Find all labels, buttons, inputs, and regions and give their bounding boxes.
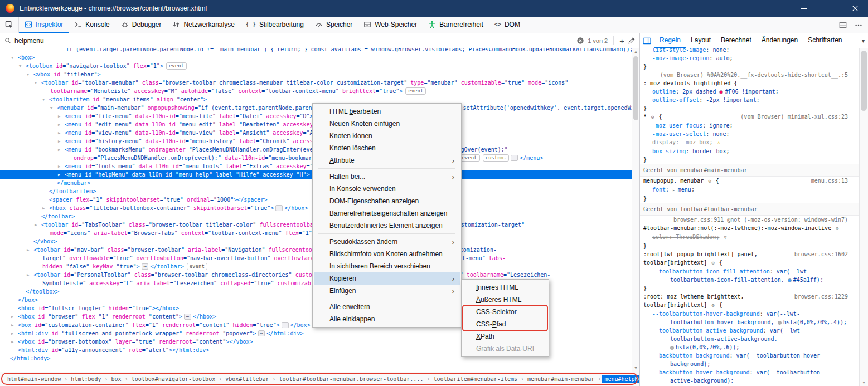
twisty-icon[interactable]: ▶ <box>58 138 65 145</box>
declaration[interactable]: --toolbarbutton-active-background: var(-… <box>640 326 859 335</box>
eyedropper-icon[interactable] <box>628 37 635 45</box>
declaration[interactable]: list-style-image: none; <box>640 48 859 54</box>
close-button[interactable] <box>842 0 868 17</box>
twisty-icon[interactable]: ▶ <box>27 246 33 254</box>
breadcrumb-item[interactable]: toolbaritem#menubar-items <box>430 375 520 383</box>
scrollbar-thumb[interactable] <box>633 56 638 120</box>
inline-expander-badge[interactable]: ⋯ <box>275 205 283 211</box>
declaration[interactable]: font: ▸ menu; <box>640 185 859 194</box>
scroll-down-icon[interactable]: ▼ <box>632 365 639 372</box>
markup-line[interactable]: if (event.target.parentNode.parentNode.i… <box>0 48 632 53</box>
scroll-down-icon[interactable]: ▼ <box>860 379 868 386</box>
menu-item-pseudoklassen-ndern[interactable]: Pseudoklassen ändern› <box>314 236 460 248</box>
color-swatch[interactable] <box>670 346 674 350</box>
pick-element-button[interactable] <box>0 17 19 33</box>
menu-item-dom-eigenschaften-anzeigen[interactable]: DOM-Eigenschaften anzeigen <box>314 195 460 207</box>
declaration[interactable]: toolbarbutton-active-background, <box>640 335 859 343</box>
badge-event[interactable]: event <box>166 62 187 70</box>
menu-item-attribute[interactable]: Attribute› <box>314 154 460 167</box>
sidebar-tab-berechnet[interactable]: Berechnet <box>716 33 757 48</box>
inline-expander-badge[interactable]: ⋯ <box>511 155 518 161</box>
submenu-item-grafik-als-data-uri[interactable]: Grafik als Data-URI <box>463 343 547 355</box>
declaration[interactable]: -moz-image-region: auto; <box>640 54 859 62</box>
twisty-icon[interactable]: ▼ <box>50 104 57 112</box>
declaration[interactable]: display: -moz-box;⚠ <box>640 138 859 147</box>
breadcrumb-item[interactable]: menubar#main-menubar <box>525 375 597 383</box>
twisty-icon[interactable]: ▶ <box>42 204 49 212</box>
menu-item-in-konsole-verwenden[interactable]: In Konsole verwenden <box>314 183 460 195</box>
submenu-item-u-eres-html[interactable]: Äußeres HTML <box>463 294 547 306</box>
submenu-item-inneres-html[interactable]: Inneres HTML <box>463 281 547 294</box>
tab-barrierefreiheit[interactable]: Barrierefreiheit <box>423 17 489 33</box>
tab-netzwerkanalyse[interactable]: Netzwerkanalyse <box>167 17 240 33</box>
breadcrumb-item[interactable]: toolbar#toolbar-menubar.browser-toolbar.… <box>277 375 426 383</box>
declaration[interactable]: -moz-user-select: none; <box>640 130 859 138</box>
declaration[interactable]: outline: 2px dashed #F06 !important; <box>640 87 859 96</box>
markup-line[interactable]: ▼<vbox id="titlebar"> <box>0 70 632 79</box>
scroll-up-icon[interactable]: ▲ <box>632 48 639 55</box>
menu-item-alle-einklappen[interactable]: Alle einklappen <box>314 313 460 325</box>
tab-speicher[interactable]: Speicher <box>309 17 358 33</box>
breadcrumb-item[interactable]: vbox#titlebar <box>222 375 271 383</box>
tab-konsole[interactable]: Konsole <box>69 17 115 33</box>
twisty-icon[interactable]: ▶ <box>58 171 65 179</box>
declaration[interactable]: --toolbarbutton-hover-background: var(--… <box>640 310 859 318</box>
twisty-icon[interactable]: ▶ <box>11 313 18 321</box>
markup-line[interactable]: ▼<toolbar id="toolbar-menubar" class="br… <box>0 79 632 87</box>
three-pane-toggle-button[interactable] <box>640 33 654 48</box>
menu-item-halten-bei[interactable]: Halten bei...› <box>314 170 460 183</box>
twisty-icon[interactable]: ▶ <box>11 338 18 346</box>
breadcrumb-item[interactable]: html:body <box>68 375 104 383</box>
declaration[interactable]: box-sizing: border-box; <box>640 147 859 155</box>
declaration[interactable]: background); <box>640 360 859 368</box>
inline-expander-badge[interactable]: ⋯ <box>142 263 149 270</box>
tab-inspektor[interactable]: Inspektor <box>19 17 69 33</box>
twisty-icon[interactable]: ▼ <box>35 79 41 87</box>
rule-source-link[interactable]: (vom Browser) %0A%20%20.__fx-devtools-hi… <box>640 71 859 79</box>
filter-icon[interactable]: ▽ <box>724 235 726 240</box>
menu-item-neuen-knoten-einf-gen[interactable]: Neuen Knoten einfügen <box>314 118 460 130</box>
markup-line[interactable]: ▼<toolbox id="navigator-toolbox" flex="1… <box>0 62 632 70</box>
twisty-icon[interactable]: ▼ <box>11 54 18 62</box>
twisty-icon[interactable]: ▶ <box>58 113 65 120</box>
badge-event[interactable]: event <box>187 263 207 270</box>
markup-line[interactable]: ▼<toolbaritem id="menubar-items" align="… <box>0 95 632 104</box>
menu-item-einf-gen[interactable]: Einfügen› <box>314 285 460 297</box>
sidebar-tab-schriftarten[interactable]: Schriftarten <box>803 33 847 48</box>
rule-source-link[interactable]: menu.css:13 <box>811 177 848 185</box>
sidebar-tab-regeln[interactable]: Regeln <box>654 33 686 48</box>
menu-item-knoten-klonen[interactable]: Knoten klonen <box>314 130 460 142</box>
markup-line[interactable]: ▼<box> <box>0 53 632 62</box>
declaration[interactable]: --backbutton-background: var(--toolbarbu… <box>640 351 859 360</box>
twisty-icon[interactable]: ▼ <box>42 96 49 104</box>
breadcrumb-item[interactable]: menu#helpMenu <box>602 375 639 383</box>
tab-stilbearbeitung[interactable]: { }Stilbearbeitung <box>240 17 309 33</box>
minimize-button[interactable] <box>791 0 817 17</box>
menu-item-barrierefreiheitseigenschaften-anzeigen[interactable]: Barrierefreiheitseigenschaften anzeigen <box>314 207 460 219</box>
menu-item-alle-erweitern[interactable]: Alle erweitern <box>314 301 460 313</box>
inline-expander-badge[interactable]: ⋯ <box>184 314 191 320</box>
menu-item-in-sichtbaren-bereich-verschieben[interactable]: In sichtbaren Bereich verschieben <box>314 260 460 272</box>
menu-item-bildschirmfoto-von-knoten-aufnehmen[interactable]: Bildschirmfoto von Knoten aufnehmen <box>314 248 460 260</box>
search-input[interactable] <box>14 37 573 45</box>
rules-scrollbar[interactable]: ▼ <box>859 48 868 386</box>
twisty-icon[interactable]: ▶ <box>58 146 65 154</box>
declaration[interactable]: toolbarbutton-icon-fill-attention, #45a1… <box>640 276 859 284</box>
rule-source-link[interactable]: browser.css:1229 <box>794 292 848 301</box>
rule-source-link[interactable]: browser.css:911 @not (-moz-os-version: w… <box>640 216 859 224</box>
markup-scrollbar[interactable]: ▲ ▼ <box>632 48 639 372</box>
meatball-menu-icon[interactable] <box>855 21 862 29</box>
twisty-icon[interactable]: ▶ <box>58 163 65 170</box>
color-swatch[interactable] <box>778 321 782 325</box>
declaration[interactable]: --backbutton-hover-background: var(--too… <box>640 368 859 377</box>
submenu-item-css-pfad[interactable]: CSS-Pfad <box>463 318 547 330</box>
twisty-icon[interactable]: ▶ <box>11 330 18 338</box>
markup-line[interactable]: toolbarname="Menüleiste" accesskey="M" a… <box>0 87 632 95</box>
add-node-button[interactable]: + <box>619 37 624 45</box>
tab-dom[interactable]: <>DOM <box>489 17 526 33</box>
twisty-icon[interactable]: ▶ <box>35 221 41 229</box>
color-swatch[interactable] <box>719 90 723 94</box>
sidebar-tabs-overflow-button[interactable]: ▾ <box>862 33 868 48</box>
declaration[interactable]: toolbarbutton-hover-background, hsla(0,0… <box>640 318 859 326</box>
breadcrumb-item[interactable]: toolbox#navigator-toolbox <box>129 375 219 383</box>
